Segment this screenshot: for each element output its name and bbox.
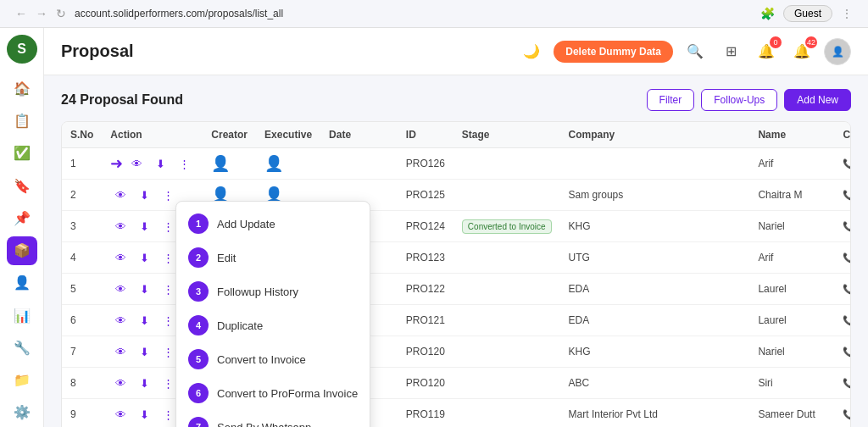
- menu-item-4[interactable]: 4 Duplicate: [176, 308, 370, 342]
- cell-id: PRO123: [398, 242, 453, 274]
- delete-dummy-button[interactable]: Delete Dummy Data: [554, 41, 673, 63]
- view-icon[interactable]: 👁: [126, 153, 147, 174]
- phone-icon: 📞: [843, 378, 851, 389]
- cell-sno: 3: [62, 211, 102, 242]
- view-icon[interactable]: 👁: [110, 404, 131, 424]
- col-sno: S.No: [62, 122, 102, 148]
- guest-button[interactable]: Guest: [783, 5, 832, 22]
- download-icon[interactable]: ⬇: [134, 247, 154, 268]
- avatar[interactable]: 👤: [824, 38, 851, 65]
- menu-item-3[interactable]: 3 Followup History: [176, 274, 370, 308]
- menu-item-1[interactable]: 1 Add Update: [176, 207, 370, 241]
- stage-badge: Converted to Invoice: [462, 219, 552, 234]
- filter-button[interactable]: Filter: [647, 89, 695, 111]
- phone-icon: 📞: [843, 284, 851, 295]
- cell-sno: 8: [62, 368, 102, 399]
- download-icon[interactable]: ⬇: [134, 341, 154, 362]
- download-icon[interactable]: ⬇: [134, 185, 154, 205]
- col-executive: Executive: [256, 122, 320, 148]
- extensions-button[interactable]: 🧩: [759, 5, 776, 22]
- grid-icon[interactable]: ⊞: [717, 38, 744, 65]
- cell-contact: 📞9842874844: [834, 148, 851, 180]
- menu-label: Followup History: [217, 286, 298, 298]
- view-icon[interactable]: 👁: [110, 373, 131, 393]
- add-new-button[interactable]: Add New: [784, 89, 851, 111]
- arrow-icon: ➜: [110, 154, 123, 173]
- sidebar-item-user[interactable]: 👤: [7, 269, 37, 297]
- col-date: Date: [320, 122, 398, 148]
- phone-icon: 📞: [843, 158, 851, 169]
- sidebar-item-settings[interactable]: ⚙️: [7, 398, 37, 427]
- view-icon[interactable]: 👁: [110, 310, 131, 330]
- cell-action[interactable]: ➜ 👁 ⬇ ⋮: [102, 148, 203, 180]
- phone-icon: 📞: [843, 190, 851, 201]
- menu-number: 1: [188, 214, 209, 234]
- view-icon[interactable]: 👁: [110, 279, 131, 299]
- cell-contact: 📞897372734: [834, 336, 851, 368]
- topbar: Proposal 🌙 Delete Dummy Data 🔍 ⊞ 🔔 0 🔔 4…: [44, 28, 868, 75]
- view-icon[interactable]: 👁: [110, 247, 131, 268]
- menu-number: 2: [188, 247, 209, 268]
- download-icon[interactable]: ⬇: [134, 216, 154, 236]
- cell-stage: [453, 305, 560, 336]
- content-header: 24 Proposal Found Filter Follow-Ups Add …: [61, 89, 851, 111]
- download-icon[interactable]: ⬇: [134, 310, 154, 330]
- download-icon[interactable]: ⬇: [134, 404, 154, 424]
- menu-label: Convert to ProForma Invoice: [217, 387, 358, 400]
- cell-sno: 4: [62, 242, 102, 274]
- more-icon[interactable]: ⋮: [158, 185, 178, 205]
- cell-id: PRO122: [398, 274, 453, 305]
- found-count: 24 Proposal Found: [61, 92, 183, 108]
- download-icon[interactable]: ⬇: [134, 279, 154, 299]
- menu-number: 6: [188, 383, 209, 403]
- cell-stage: [453, 242, 560, 274]
- download-icon[interactable]: ⬇: [134, 373, 154, 393]
- sidebar-item-chart[interactable]: 📊: [7, 301, 37, 330]
- search-icon[interactable]: 🔍: [682, 38, 709, 65]
- back-button[interactable]: ←: [14, 7, 29, 20]
- cell-company: [560, 148, 750, 180]
- phone-icon: 📞: [843, 221, 851, 232]
- menu-item-7[interactable]: 7 Send By Whatsapp: [176, 410, 370, 427]
- cell-name: Laurel: [749, 305, 834, 336]
- alert-icon[interactable]: 🔔 0: [753, 38, 780, 65]
- menu-button[interactable]: ⋮: [839, 5, 854, 22]
- cell-id: PRO119: [398, 399, 453, 428]
- view-icon[interactable]: 👁: [110, 216, 131, 236]
- view-icon[interactable]: 👁: [110, 185, 131, 205]
- menu-label: Edit: [217, 252, 236, 264]
- download-icon[interactable]: ⬇: [150, 153, 170, 174]
- cell-executive: 👤: [256, 148, 320, 180]
- notification-icon[interactable]: 🔔 42: [788, 38, 815, 65]
- cell-stage: Converted to Invoice: [453, 211, 560, 242]
- view-icon[interactable]: 👁: [110, 341, 131, 362]
- sidebar-item-proposal[interactable]: 📦: [7, 236, 37, 265]
- sidebar-item-tag[interactable]: 🔖: [7, 171, 37, 200]
- col-action: Action: [102, 122, 203, 148]
- menu-item-6[interactable]: 6 Convert to ProForma Invoice: [176, 376, 370, 410]
- cell-stage: [453, 180, 560, 211]
- sidebar-item-check[interactable]: ✅: [7, 139, 37, 168]
- phone-icon: 📞: [843, 315, 851, 326]
- more-icon[interactable]: ⋮: [174, 153, 194, 174]
- cell-name: Chaitra M: [749, 180, 834, 211]
- moon-icon[interactable]: 🌙: [518, 38, 545, 65]
- cell-sno: 6: [62, 305, 102, 336]
- cell-creator: 👤: [203, 148, 256, 180]
- sidebar-item-tool[interactable]: 🔧: [7, 333, 37, 362]
- cell-company: ABC: [560, 368, 750, 399]
- cell-stage: [453, 274, 560, 305]
- sidebar-item-pin[interactable]: 📌: [7, 203, 37, 232]
- cell-name: Nariel: [749, 336, 834, 368]
- reload-button[interactable]: ↻: [54, 7, 68, 20]
- sidebar-item-home[interactable]: 🏠: [7, 74, 37, 103]
- sidebar-item-list[interactable]: 📋: [7, 107, 37, 136]
- menu-label: Duplicate: [217, 319, 263, 332]
- followups-button[interactable]: Follow-Ups: [701, 89, 777, 111]
- cell-sno: 9: [62, 399, 102, 428]
- forward-button[interactable]: →: [34, 7, 49, 20]
- menu-item-2[interactable]: 2 Edit: [176, 241, 370, 274]
- phone-icon: 📞: [843, 347, 851, 358]
- sidebar-item-folder[interactable]: 📁: [7, 366, 37, 395]
- menu-item-5[interactable]: 5 Convert to Invoice: [176, 342, 370, 376]
